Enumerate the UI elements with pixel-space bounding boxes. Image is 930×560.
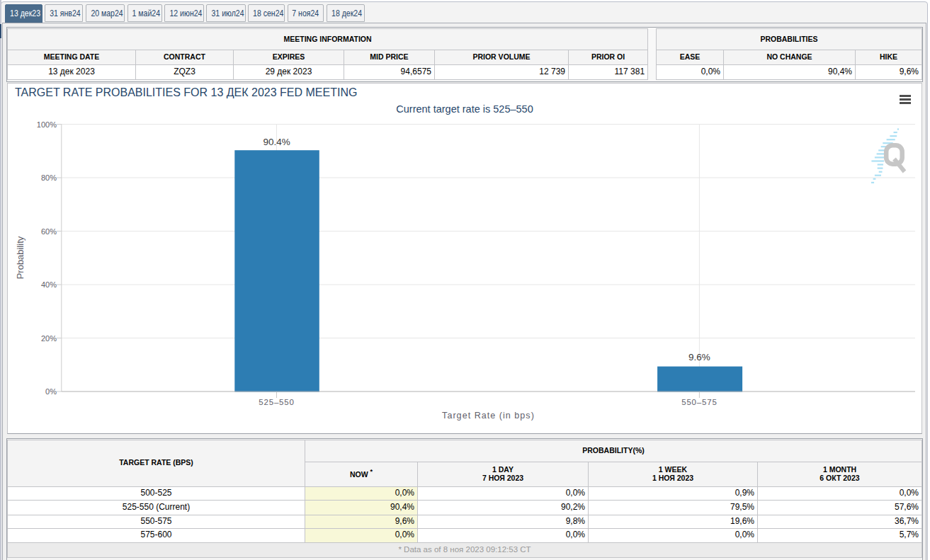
- svg-text:Target Rate (in bps): Target Rate (in bps): [442, 411, 535, 421]
- svg-text:550–575: 550–575: [681, 398, 717, 406]
- svg-text:100%: 100%: [37, 120, 57, 129]
- svg-text:525–550: 525–550: [259, 398, 294, 406]
- svg-text:Probability: Probability: [15, 236, 25, 279]
- svg-text:40%: 40%: [41, 280, 57, 289]
- svg-text:80%: 80%: [41, 173, 57, 182]
- svg-text:90.4%: 90.4%: [263, 137, 290, 147]
- svg-text:0%: 0%: [45, 387, 57, 396]
- svg-text:9.6%: 9.6%: [688, 352, 710, 362]
- svg-text:60%: 60%: [41, 227, 57, 236]
- svg-text:20%: 20%: [41, 334, 57, 343]
